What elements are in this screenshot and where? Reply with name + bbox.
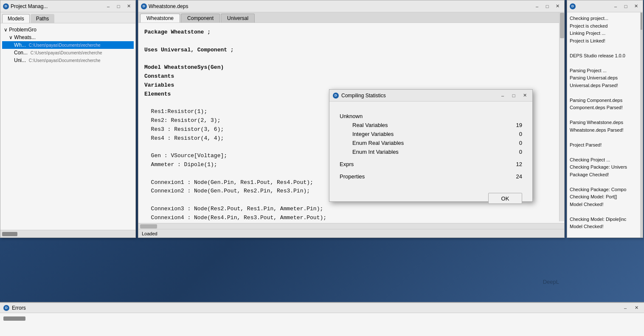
log-line-10: Universal.deps Parsed!: [570, 82, 640, 89]
project-panel: D Project Manag... – □ ✕ Models Paths ∨ …: [0, 0, 136, 238]
log-line-15: Parsing Wheatstone.deps: [570, 119, 640, 126]
log-line-4: Project is Linked!: [570, 37, 640, 45]
tab-component[interactable]: Component: [181, 14, 220, 23]
project-panel-close[interactable]: ✕: [124, 3, 133, 10]
enum-int-variables-value: 0: [505, 149, 522, 155]
log-line-12: Parsing Component.deps: [570, 97, 640, 104]
enum-int-variables-label: Enum Int Variables: [352, 149, 399, 155]
wheatstone-panel-titlebar: D Wheatstone.deps – □ ✕: [138, 0, 564, 12]
dialog-icon: D: [333, 93, 339, 99]
log-panel-controls: – □ ✕: [611, 3, 640, 10]
log-line-14: [570, 112, 640, 119]
integer-variables-value: 0: [505, 131, 522, 137]
wheatstone-panel-title: Wheatstone.deps: [149, 3, 531, 9]
tab-models[interactable]: Models: [2, 14, 30, 23]
log-scroll-thumb[interactable]: [641, 13, 642, 30]
compiling-statistics-dialog: D Compiling Statistics – □ ✕ Unknown Rea…: [329, 89, 533, 202]
dialog-minimize[interactable]: –: [498, 92, 507, 99]
project-panel-titlebar: D Project Manag... – □ ✕: [0, 0, 135, 12]
vertical-scrollbar[interactable]: [559, 12, 564, 221]
integer-variables-label: Integer Variables: [352, 131, 394, 137]
dialog-maximize[interactable]: □: [509, 92, 518, 99]
log-line-22: Package Checked!: [570, 171, 640, 178]
file-tabs: Wheatstone Component Universal: [138, 12, 564, 23]
code-line-1: Package Wheatstone ;: [144, 28, 558, 37]
log-line-16: Wheatstone.deps Parsed!: [570, 127, 640, 134]
dialog-body: Unknown Real Variables 19 Integer Variab…: [329, 102, 532, 189]
log-line-30: [570, 231, 640, 238]
log-minimize[interactable]: –: [611, 3, 620, 10]
log-line-1: Checking project...: [570, 15, 640, 22]
log-maximize[interactable]: □: [622, 3, 630, 10]
exprs-row: Exprs 12: [340, 160, 522, 169]
code-line-6: Constants: [144, 72, 558, 81]
wheatstone-close[interactable]: ✕: [553, 3, 562, 10]
tab-wheatstone[interactable]: Wheatstone: [140, 14, 180, 23]
unknown-section: Unknown: [340, 112, 522, 121]
enum-int-variables-row: Enum Int Variables 0: [340, 147, 522, 156]
tree-item-problemgro[interactable]: ∨ ProblemGro: [2, 26, 134, 34]
h-scroll-thumb[interactable]: [140, 224, 157, 229]
ok-button[interactable]: OK: [488, 193, 522, 204]
log-close[interactable]: ✕: [632, 3, 640, 10]
code-line-3: Uses Universal, Component ;: [144, 46, 558, 55]
tree-item-wheats[interactable]: ∨ Wheats...: [2, 34, 134, 41]
exprs-value: 12: [505, 161, 522, 167]
project-panel-maximize[interactable]: □: [114, 3, 123, 10]
enum-real-variables-row: Enum Real Variables 0: [340, 138, 522, 147]
dialog-footer: OK: [329, 189, 532, 207]
wheatstone-maximize[interactable]: □: [543, 3, 551, 10]
log-scrollbar[interactable]: [640, 12, 643, 237]
tree-item-con[interactable]: Con... C:\Users\payas\Documents\recherch…: [2, 49, 134, 56]
enum-real-variables-value: 0: [505, 140, 522, 146]
log-line-17: [570, 134, 640, 141]
errors-close[interactable]: ✕: [632, 304, 641, 312]
errors-panel: D Errors – ✕: [0, 302, 644, 336]
log-content: Checking project... Project is checked L…: [567, 12, 643, 237]
v-scroll-thumb[interactable]: [560, 13, 564, 38]
log-line-20: Checking Project ...: [570, 156, 640, 164]
tab-universal[interactable]: Universal: [221, 14, 255, 23]
project-panel-controls: – □ ✕: [104, 3, 133, 10]
project-panel-status: [0, 230, 135, 237]
errors-scroll-indicator: [3, 316, 25, 321]
log-line-13: Component.deps Parsed!: [570, 104, 640, 111]
log-panel-icon: D: [570, 3, 576, 9]
integer-variables-row: Integer Variables 0: [340, 130, 522, 138]
wheatstone-panel-icon: D: [141, 3, 147, 9]
enum-real-variables-label: Enum Real Variables: [352, 140, 404, 146]
log-line-24: Checking Package: Compo: [570, 186, 640, 193]
tree-item-wh[interactable]: Wh... C:\Users\payas\Documents\recherche: [2, 41, 134, 49]
errors-panel-icon: D: [3, 305, 9, 311]
tab-paths[interactable]: Paths: [31, 14, 55, 23]
log-line-5: [570, 45, 640, 52]
real-variables-label: Real Variables: [352, 122, 388, 128]
log-line-2: Project is checked: [570, 23, 640, 30]
project-tree: ∨ ProblemGro ∨ Wheats... Wh... C:\Users\…: [0, 23, 135, 237]
properties-value: 24: [505, 173, 522, 180]
log-line-19: [570, 149, 640, 156]
code-line-4: [144, 54, 558, 63]
project-tabs: Models Paths: [0, 12, 135, 23]
log-line-8: Parsing Project ...: [570, 67, 640, 74]
log-line-11: [570, 89, 640, 96]
code-line-5: Model WheatstoneSys(Gen): [144, 63, 558, 72]
code-line-22: Connexion4 : Node(Res4.Pin, Res3.Pout, A…: [144, 214, 558, 223]
properties-label: Properties: [340, 173, 365, 180]
editor-status: Loaded: [138, 229, 564, 237]
horizontal-scrollbar[interactable]: [138, 223, 564, 229]
real-variables-row: Real Variables 19: [340, 121, 522, 130]
tree-item-uni[interactable]: Uni... C:\Users\payas\Documents\recherch…: [2, 56, 134, 64]
project-panel-minimize[interactable]: –: [104, 3, 112, 10]
errors-content: [0, 313, 644, 322]
code-line-2: [144, 37, 558, 46]
log-line-9: Parsing Universal.deps: [570, 74, 640, 82]
dialog-title: Compiling Statistics: [341, 93, 496, 99]
errors-minimize[interactable]: –: [621, 304, 630, 312]
dialog-close[interactable]: ✕: [520, 92, 529, 99]
editor-status-text: Loaded: [142, 231, 157, 236]
exprs-label: Exprs: [340, 161, 354, 167]
dialog-titlebar: D Compiling Statistics – □ ✕: [329, 90, 532, 102]
errors-status-bar: [3, 316, 641, 321]
wheatstone-minimize[interactable]: –: [533, 3, 541, 10]
